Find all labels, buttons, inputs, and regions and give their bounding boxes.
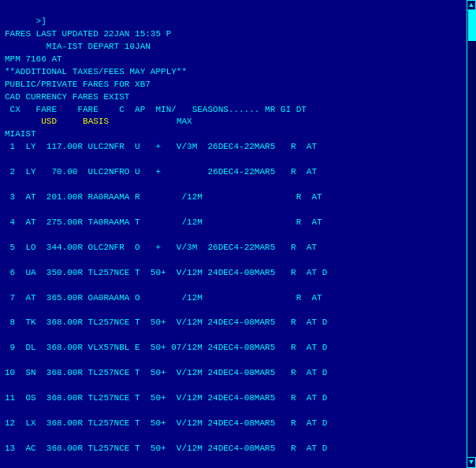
cad-currency-line: CAD CURRENCY FARES EXIST [5, 92, 129, 102]
terminal-window: >] FARES LAST UPDATED 22JAN 15:35 P MIA-… [0, 0, 467, 468]
table-row: 8 TK 368.00R TL257NCE T 50+ V/12M 24DEC4… [5, 317, 462, 329]
mpm-line: MPM 7166 AT [5, 54, 62, 64]
table-row: 13 AC 368.00R TL257NCE T 50+ V/12M 24DEC… [5, 443, 462, 455]
table-row: 6 UA 350.00R TL257NCE T 50+ V/12M 24DEC4… [5, 267, 462, 280]
scrollbar-thumb[interactable] [468, 9, 476, 41]
table-row: 2 LY 70.00 ULC2NFRO U + 26DEC4-22MAR5 R … [5, 166, 462, 179]
arrow-indicator: >] [25, 17, 46, 26]
table-row: 4 AT 275.00R TA0RAAMA T /12M R AT [5, 217, 462, 229]
table-row: 3 AT 201.00R RA0RAAMA R /12M R AT [5, 191, 462, 204]
table-row: 5 LO 344.00R OLC2NFR O + V/3M 26DEC4-22M… [5, 242, 462, 254]
route-line: MIA-IST DEPART 10JAN [5, 42, 151, 51]
table-row: 10 SN 368.00R TL257NCE T 50+ V/12M 24DEC… [5, 367, 462, 380]
col-header-1: CX FARE FARE C AP MIN/ SEASONS...... MR … [5, 105, 307, 114]
table-row: 12 LX 368.00R TL257NCE T 50+ V/12M 24DEC… [5, 418, 462, 430]
fares-updated-line: FARES LAST UPDATED 22JAN 15:35 P [5, 29, 171, 39]
col-header-2: USD BASIS MAX [5, 117, 192, 126]
public-private-line: PUBLIC/PRIVATE FARES FOR XB7 [5, 80, 151, 89]
table-row: 9 DL 368.00R VLX57NBL E 50+ 07/12M 24DEC… [5, 342, 462, 355]
section-label: MIAIST [5, 129, 36, 139]
scroll-down-button[interactable]: ▼ [467, 457, 476, 468]
table-row: 7 AT 365.00R OA0RAAMA O /12M R AT [5, 292, 462, 305]
taxes-line: **ADDITIONAL TAXES/FEES MAY APPLY** [5, 67, 187, 76]
terminal-content: >] FARES LAST UPDATED 22JAN 15:35 P MIA-… [0, 0, 467, 468]
scrollbar[interactable]: ▲ ▼ [467, 0, 476, 468]
table-row: 11 OS 368.00R TL257NCE T 50+ V/12M 24DEC… [5, 392, 462, 405]
table-row: 1 LY 117.00R ULC2NFR U + V/3M 26DEC4-22M… [5, 141, 462, 154]
